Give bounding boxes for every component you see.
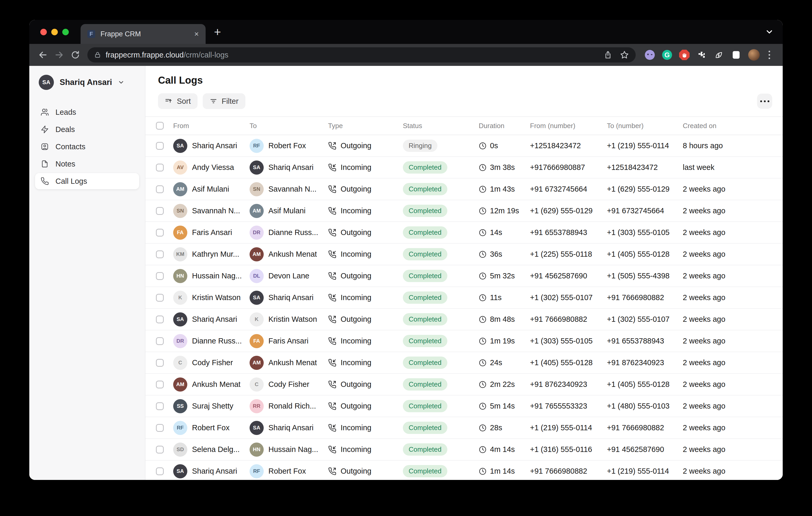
bookmark-star-icon[interactable] <box>620 51 629 59</box>
column-header-from[interactable]: From <box>173 122 250 130</box>
call-duration: 12m 19s <box>490 207 519 215</box>
clock-icon <box>479 446 487 454</box>
call-duration: 1m 14s <box>490 467 515 476</box>
from-number: +1 (219) 555-0114 <box>530 423 607 432</box>
column-header-from-number[interactable]: From (number) <box>530 122 607 130</box>
table-row[interactable]: DR Dianne Russ... FA Faris Ansari Incomi… <box>145 330 783 352</box>
row-checkbox[interactable] <box>156 272 164 280</box>
new-tab-button[interactable]: + <box>214 20 221 44</box>
row-checkbox[interactable] <box>156 294 164 302</box>
column-header-to[interactable]: To <box>250 122 328 130</box>
table-row[interactable]: KM Kathryn Mur... AM Ankush Menat Incomi… <box>145 244 783 265</box>
call-logs-table: From To Type Status Duration From (numbe… <box>145 117 783 480</box>
avatar: FA <box>250 334 264 348</box>
from-name: Kristin Watson <box>192 293 241 302</box>
row-checkbox[interactable] <box>156 229 164 237</box>
select-all-checkbox[interactable] <box>156 122 164 130</box>
row-checkbox[interactable] <box>156 142 164 150</box>
row-checkbox[interactable] <box>156 207 164 215</box>
table-row[interactable]: AV Andy Viessa SA Shariq Ansari Incoming… <box>145 157 783 179</box>
forward-button[interactable] <box>52 48 66 62</box>
filter-button[interactable]: Filter <box>203 93 245 109</box>
from-number: +1 (225) 555-0118 <box>530 250 607 259</box>
created-on: 2 weeks ago <box>683 467 772 476</box>
more-options-button[interactable] <box>757 94 772 109</box>
row-checkbox[interactable] <box>156 185 164 193</box>
sidebar-item-deals[interactable]: Deals <box>35 121 139 138</box>
column-header-type[interactable]: Type <box>328 122 403 130</box>
table-row[interactable]: AM Ankush Menat C Cody Fisher Outgoing C… <box>145 374 783 395</box>
main-content: Call Logs Sort Filter <box>145 66 783 480</box>
table-row[interactable]: HN Hussain Nag... DL Devon Lane Outgoing… <box>145 265 783 287</box>
row-checkbox[interactable] <box>156 337 164 345</box>
reload-button[interactable] <box>68 48 82 62</box>
from-name: Hussain Nag... <box>192 272 242 280</box>
row-checkbox[interactable] <box>156 402 164 410</box>
table-row[interactable]: RF Robert Fox SA Shariq Ansari Incoming … <box>145 417 783 439</box>
user-menu[interactable]: SA Shariq Ansari <box>35 75 139 90</box>
table-row[interactable]: SN Savannah N... AM Asif Mulani Incoming… <box>145 200 783 222</box>
avatar: K <box>173 291 187 305</box>
table-row[interactable]: K Kristin Watson SA Shariq Ansari Incomi… <box>145 287 783 309</box>
adblock-extension-icon[interactable] <box>679 50 690 60</box>
status-badge: Completed <box>403 422 447 434</box>
row-checkbox[interactable] <box>156 467 164 475</box>
browser-tab[interactable]: F Frappe CRM × <box>81 24 206 44</box>
to-name: Dianne Russ... <box>268 228 318 237</box>
clock-icon <box>479 381 487 389</box>
to-number: +1 (505) 555-4398 <box>607 272 683 280</box>
created-on: 2 weeks ago <box>683 293 772 302</box>
sidebar-item-call-logs[interactable]: Call Logs <box>35 173 139 189</box>
table-row[interactable]: SA Shariq Ansari RF Robert Fox Outgoing … <box>145 461 783 480</box>
column-header-duration[interactable]: Duration <box>479 122 530 130</box>
table-row[interactable]: SA Shariq Ansari K Kristin Watson Outgoi… <box>145 309 783 330</box>
row-checkbox[interactable] <box>156 359 164 367</box>
avatar: SA <box>173 464 187 478</box>
to-number: +1 (405) 555-0128 <box>607 380 683 389</box>
avatar: AM <box>250 356 264 370</box>
phone-incoming-icon <box>328 424 337 432</box>
leaf-extension-icon[interactable] <box>714 50 724 60</box>
minimize-window-button[interactable] <box>51 29 58 35</box>
table-row[interactable]: C Cody Fisher AM Ankush Menat Incoming C… <box>145 352 783 374</box>
sort-button[interactable]: Sort <box>158 93 198 109</box>
sidebar-item-leads[interactable]: Leads <box>35 104 139 120</box>
extensions-puzzle-icon[interactable] <box>696 50 707 60</box>
sidebar-item-contacts[interactable]: Contacts <box>35 139 139 155</box>
row-checkbox[interactable] <box>156 164 164 172</box>
created-on: 2 weeks ago <box>683 185 772 193</box>
column-header-to-number[interactable]: To (number) <box>607 122 683 130</box>
column-header-status[interactable]: Status <box>403 122 479 130</box>
to-number: +1 (405) 555-0128 <box>607 250 683 259</box>
share-icon[interactable] <box>604 51 612 59</box>
table-row[interactable]: FA Faris Ansari DR Dianne Russ... Outgoi… <box>145 222 783 244</box>
back-button[interactable] <box>36 48 50 62</box>
table-row[interactable]: SD Selena Delg... HN Hussain Nag... Inco… <box>145 439 783 461</box>
zoom-window-button[interactable] <box>62 29 69 35</box>
avatar: HN <box>173 269 187 283</box>
created-on: last week <box>683 163 772 172</box>
window-chevron-icon[interactable] <box>765 20 774 44</box>
github-extension-icon[interactable] <box>645 50 655 60</box>
profile-avatar[interactable] <box>748 49 760 61</box>
sidebar-toggle-icon[interactable] <box>731 50 742 60</box>
users-icon <box>40 108 49 116</box>
table-row[interactable]: SA Shariq Ansari RF Robert Fox Outgoing … <box>145 135 783 157</box>
tab-close-icon[interactable]: × <box>194 30 199 38</box>
url-bar[interactable]: frappecrm.frappe.cloud/crm/call-logs <box>87 47 636 62</box>
table-row[interactable]: AM Asif Mulani SN Savannah N... Outgoing… <box>145 179 783 200</box>
row-checkbox[interactable] <box>156 424 164 432</box>
grammarly-extension-icon[interactable]: G <box>662 50 672 60</box>
close-window-button[interactable] <box>40 29 47 35</box>
browser-menu-icon[interactable] <box>766 51 772 59</box>
table-row[interactable]: SS Suraj Shetty RR Ronald Rich... Outgoi… <box>145 395 783 417</box>
avatar: AM <box>250 247 264 262</box>
sidebar-item-notes[interactable]: Notes <box>35 156 139 172</box>
row-checkbox[interactable] <box>156 381 164 389</box>
column-header-created-on[interactable]: Created on <box>683 122 772 130</box>
row-checkbox[interactable] <box>156 446 164 454</box>
row-checkbox[interactable] <box>156 250 164 258</box>
row-checkbox[interactable] <box>156 315 164 323</box>
to-name: Cody Fisher <box>268 380 309 389</box>
status-badge: Completed <box>403 357 447 369</box>
